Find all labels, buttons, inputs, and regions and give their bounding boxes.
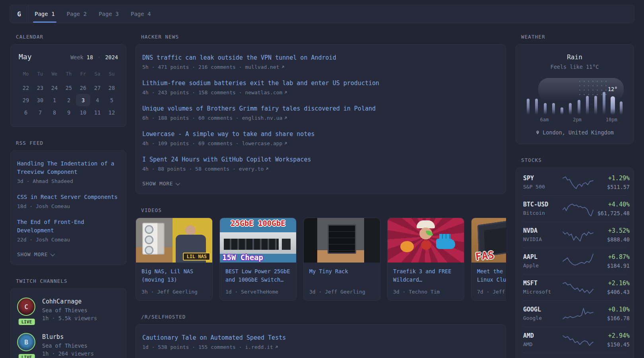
weather-section-title: WEATHER — [521, 34, 634, 40]
calendar-day: 11 — [90, 106, 105, 119]
show-more-label: SHOW MORE — [17, 251, 48, 257]
stock-row[interactable]: AAPL Apple +6.87% $184.91 — [523, 248, 626, 274]
thumbnail-art — [400, 241, 414, 252]
stock-row[interactable]: AMD AMD +2.94% $150.45 — [523, 327, 626, 353]
video-title[interactable]: Traefik 3 and FREE Wildcard… — [393, 267, 458, 284]
stock-row[interactable]: SPY S&P 500 +1.29% $511.57 — [523, 169, 626, 195]
stock-price: $511.57 — [593, 183, 630, 191]
weather-bar-slot — [524, 78, 532, 115]
hn-item-title[interactable]: DNS traffic can leak outside the VPN tun… — [142, 53, 499, 62]
hn-source-link[interactable]: mullvad.net — [245, 64, 279, 70]
weather-time-label: 2pm — [573, 117, 582, 123]
thumbnail-text: LIL NAS — [183, 253, 210, 261]
stock-price: $184.91 — [593, 262, 630, 269]
hn-item-title[interactable]: I Spent 24 Hours with GitHub Copilot Wor… — [142, 155, 499, 164]
twitch-channel-row[interactable]: C LIVE CohhCarnage Sea of Thieves 1h · 5… — [17, 298, 120, 322]
external-link-icon — [283, 116, 288, 120]
rss-show-more-button[interactable]: SHOW MORE — [17, 251, 120, 257]
stock-row[interactable]: BTC-USD Bitcoin +4.40% $61,725.48 — [523, 195, 626, 222]
weather-bar — [561, 107, 563, 115]
hn-meta-text: 4h · 243 points · 158 comments · — [142, 90, 242, 95]
stock-values: +4.40% $61,725.48 — [593, 200, 630, 217]
hn-item: Lithium-free sodium batteries exit the l… — [142, 79, 499, 96]
rss-item-title[interactable]: The End of Front-End Development — [17, 218, 120, 235]
hn-item-title[interactable]: Lowercase - A simple way to take and sha… — [142, 130, 499, 138]
video-thumbnail[interactable]: FAS — [471, 218, 506, 263]
rss-item-title[interactable]: CSS in React Server Components — [17, 193, 120, 201]
video-title[interactable]: Big NAS, Lil NAS (moving 13) — [142, 267, 207, 284]
thumbnail-art — [145, 235, 153, 244]
tab-page-2[interactable]: Page 2 — [61, 5, 93, 23]
weather-bar-slot — [558, 78, 566, 115]
stock-row[interactable]: MSFT Microsoft +2.16% $406.43 — [523, 274, 626, 300]
video-title[interactable]: Meet the Linux Clu — [477, 267, 506, 284]
rss-item: The End of Front-End Development 22d · J… — [17, 218, 120, 243]
stock-row[interactable]: RDDT -1.65% — [523, 353, 626, 358]
tab-page-4[interactable]: Page 4 — [125, 5, 157, 23]
thumbnail-art — [224, 239, 279, 250]
channel-meta: 1h · 264 viewers — [42, 350, 94, 358]
stocks-section-title: STOCKS — [521, 157, 634, 163]
video-card[interactable]: FAS Meet the Linux Clu 7d · Jeff — [471, 218, 506, 301]
reddit-source-link[interactable]: i.redd.it — [245, 344, 273, 350]
calendar-day: 25 — [62, 82, 76, 94]
rss-widget: RSS FEED Handling The Indentation of a T… — [10, 140, 126, 265]
hn-show-more-button[interactable]: SHOW MORE — [142, 181, 499, 187]
video-meta: 3h · Jeff Geerling — [142, 289, 207, 295]
rss-item-title[interactable]: Handling The Indentation of a Treeview C… — [17, 160, 120, 176]
video-card[interactable]: My Tiny Rack 3d · Jeff Geerling — [303, 218, 380, 301]
stock-symbol: GOOGL — [523, 305, 563, 313]
hn-meta-text: 6h · 188 points · 60 comments · — [142, 115, 239, 121]
channel-name[interactable]: Blurbs — [42, 333, 94, 341]
external-link-icon — [265, 167, 269, 171]
thumbnail-text: 15W Cheap — [222, 253, 263, 262]
thumbnail-art — [282, 239, 291, 250]
weather-bar-slot: 12° — [609, 78, 617, 115]
video-title[interactable]: BEST Low Power 25GbE and 100GbE Switch… — [225, 267, 291, 284]
weather-bar-slot — [566, 78, 574, 115]
stock-id: SPY S&P 500 — [523, 174, 563, 191]
hn-item-title[interactable]: Lithium-free sodium batteries exit the l… — [142, 79, 499, 88]
stock-change: +4.40% — [593, 200, 630, 208]
video-thumbnail[interactable]: 25GbE 100GbE 15W Cheap — [220, 218, 296, 263]
tab-page-1[interactable]: Page 1 — [29, 5, 61, 23]
tab-page-3[interactable]: Page 3 — [93, 5, 125, 23]
calendar-section-title: CALENDAR — [16, 34, 126, 40]
hn-source-link[interactable]: lowercase.app — [242, 140, 283, 146]
rss-card: Handling The Indentation of a Treeview C… — [10, 150, 126, 265]
stock-values: +6.87% $184.91 — [593, 253, 630, 269]
channel-name[interactable]: CohhCarnage — [42, 298, 97, 305]
video-thumbnail[interactable] — [388, 218, 464, 263]
stock-row[interactable]: NVDA NVIDIA +3.52% $888.40 — [523, 222, 626, 248]
thumbnail-art — [421, 240, 431, 250]
hn-source-link[interactable]: every.to — [239, 166, 264, 172]
weather-time-label — [565, 117, 573, 123]
hn-item: DNS traffic can leak outside the VPN tun… — [142, 53, 499, 71]
stock-name: AMD — [523, 341, 563, 348]
weather-bar — [586, 96, 589, 115]
stock-price: $166.78 — [593, 315, 630, 322]
reddit-item-title[interactable]: Cautionary Tale on Automated Speed Tests — [142, 333, 499, 342]
video-thumbnail[interactable]: LIL NAS — [136, 218, 212, 263]
stock-row[interactable]: GOOGL Google +0.10% $166.78 — [523, 300, 626, 327]
stock-change: +1.29% — [593, 174, 630, 182]
week-label: Week — [70, 54, 83, 60]
reddit-item-meta: 1d · 538 points · 155 comments ·i.redd.i… — [142, 343, 499, 351]
video-card[interactable]: 25GbE 100GbE 15W Cheap BEST Low Power 25… — [219, 218, 297, 301]
twitch-channel-row[interactable]: B LIVE Blurbs Sea of Thieves 1h · 264 vi… — [17, 333, 120, 358]
stock-name: Google — [523, 315, 563, 322]
video-thumbnail[interactable] — [304, 218, 380, 263]
hn-source-link[interactable]: newatlas.com — [245, 90, 282, 95]
stock-price: $150.45 — [593, 341, 630, 348]
reddit-item: Cautionary Tale on Automated Speed Tests… — [142, 333, 499, 351]
video-title[interactable]: My Tiny Rack — [309, 267, 374, 284]
weather-bar-slot — [617, 78, 625, 115]
live-badge: LIVE — [19, 354, 35, 358]
video-card-body: My Tiny Rack 3d · Jeff Geerling — [304, 263, 380, 300]
video-card[interactable]: Traefik 3 and FREE Wildcard… 3d · Techno… — [387, 218, 464, 301]
hn-item-title[interactable]: Unique volumes of Brothers Grimm fairy t… — [142, 104, 499, 113]
stock-name: Bitcoin — [523, 210, 563, 217]
weather-condition: Rain — [524, 53, 625, 61]
hn-source-link[interactable]: english.nv.ua — [242, 115, 283, 121]
video-card[interactable]: LIL NAS Big NAS, Lil NAS (moving 13) 3h … — [136, 218, 213, 301]
